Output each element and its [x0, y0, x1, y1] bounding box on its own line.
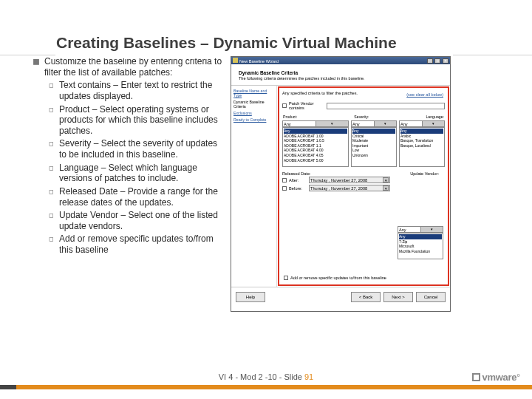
filter-hint: Any specified criteria to filter the pat…: [282, 91, 358, 95]
sub-bullet-icon: ◻: [49, 104, 59, 137]
list-item[interactable]: ADOBE ACROBAT 5.00: [284, 158, 347, 163]
list-item[interactable]: 7-Zip: [399, 239, 442, 245]
footer-text: VI 4 - Mod 2 -10 - Slide: [219, 372, 302, 381]
list-item[interactable]: ADOBE ACROBAT 4.00: [284, 148, 347, 153]
list-item[interactable]: Important: [352, 143, 395, 149]
chevron-down-icon: ▾: [420, 227, 443, 232]
before-checkbox[interactable]: [282, 186, 287, 191]
list-item[interactable]: Basque, Localized: [400, 143, 443, 149]
wizard-titlebar[interactable]: New Baseline Wizard – □ ×: [231, 57, 450, 64]
vendor-listbox[interactable]: Any7-ZipMicrosoftMozilla Foundation: [398, 233, 443, 259]
cancel-button[interactable]: Cancel: [416, 292, 446, 302]
wizard-subheading: The following criteria determines the pa…: [239, 76, 444, 81]
wizard-icon: [233, 58, 238, 63]
sub-item: Product – Select operating systems or pr…: [59, 104, 223, 137]
list-item[interactable]: ADOBE ACROBAT 1.0.5: [284, 138, 347, 143]
after-date[interactable]: Thursday , November 27, 2008▾: [309, 177, 390, 183]
col-language: Language:: [426, 115, 444, 119]
wizard-nav: Baseline Name and TypeDynamic Baseline C…: [231, 86, 277, 287]
wizard-nav-item[interactable]: Ready to Complete: [233, 117, 274, 122]
chevron-down-icon: ▾: [383, 185, 389, 191]
vendor-label: Update Vendor:: [410, 171, 439, 176]
wizard-heading: Dynamic Baseline Criteria: [239, 70, 444, 75]
lead-text: Customize the baseline by entering crite…: [44, 56, 223, 78]
sub-bullet-icon: ◻: [49, 210, 59, 231]
list-item[interactable]: Mozilla Foundation: [399, 249, 442, 254]
sub-item: Text contains – Enter text to restrict t…: [59, 80, 223, 101]
footer: VI 4 - Mod 2 -10 - Slide 91 vmware°: [0, 375, 532, 399]
sub-item: Update Vendor – Select one of the listed…: [59, 210, 223, 231]
vendor-box: Any▾ Any7-ZipMicrosoftMozilla Foundation: [398, 226, 443, 259]
list-item[interactable]: Any: [352, 129, 395, 134]
vendor-combo[interactable]: Any▾: [398, 226, 443, 233]
filter-label: Patch Vendor contains: [289, 101, 324, 110]
next-button[interactable]: Next >: [383, 292, 413, 302]
chevron-down-icon: ▾: [383, 177, 389, 183]
vmware-logo: vmware°: [472, 372, 520, 383]
after-checkbox[interactable]: [282, 178, 287, 183]
wizard-nav-item[interactable]: Dynamic Baseline Criteria: [233, 100, 274, 109]
list-item[interactable]: Critical: [352, 134, 395, 139]
list-item[interactable]: Any: [399, 234, 442, 239]
back-button[interactable]: < Back: [351, 292, 381, 302]
help-button[interactable]: Help: [236, 292, 265, 302]
wizard-pane: Any specified criteria to filter the pat…: [278, 86, 449, 286]
severity-combo[interactable]: Any▾: [351, 120, 397, 127]
sub-item: Severity – Select the severity of update…: [59, 138, 223, 160]
list-item[interactable]: ADOBE ACROBAT 1.00: [284, 134, 347, 139]
clear-all-link[interactable]: (see clear all below): [406, 92, 443, 97]
list-item[interactable]: ADOBE ACROBAT 1.1: [284, 143, 347, 149]
sub-bullet-icon: ◻: [49, 233, 59, 255]
chevron-down-icon: ▾: [316, 121, 349, 126]
minimize-button[interactable]: –: [427, 58, 433, 64]
sub-item: Language – Select which language version…: [59, 163, 223, 184]
severity-listbox[interactable]: AnyCriticalModerateImportantLowUnknown: [351, 127, 397, 167]
chevron-down-icon: ▾: [374, 121, 397, 126]
after-label: After:: [289, 178, 307, 183]
list-item[interactable]: Moderate: [352, 138, 395, 143]
list-item[interactable]: Any: [400, 129, 443, 134]
product-combo[interactable]: Any▾: [282, 120, 349, 127]
sub-bullet-icon: ◻: [49, 138, 59, 160]
before-label: Before:: [289, 186, 307, 191]
sub-item: Released Date – Provide a range for the …: [59, 186, 223, 208]
list-item[interactable]: Arabic: [400, 134, 443, 139]
maximize-button[interactable]: □: [434, 58, 440, 64]
list-item[interactable]: Microsoft: [399, 244, 442, 249]
language-combo[interactable]: Any▾: [399, 120, 445, 127]
slide-title: Creating Baselines – Dynamic Virtual Mac…: [56, 34, 499, 52]
col-severity: Severity:: [354, 115, 369, 119]
addrem-label: Add or remove specific updates to/from t…: [290, 276, 386, 280]
list-item[interactable]: Any: [284, 129, 347, 134]
list-item[interactable]: Unknown: [352, 153, 395, 158]
wizard-title: New Baseline Wizard: [239, 59, 279, 64]
sub-bullet-icon: ◻: [49, 80, 59, 101]
wizard-nav-item[interactable]: Baseline Name and Type: [233, 89, 274, 98]
text-column: ◼ Customize the baseline by entering cri…: [33, 56, 223, 256]
chevron-down-icon: ▾: [422, 121, 445, 126]
close-button[interactable]: ×: [443, 58, 449, 64]
list-item[interactable]: Basque, Translation: [400, 138, 443, 143]
addrem-checkbox[interactable]: [284, 276, 288, 280]
sub-bullet-icon: ◻: [49, 186, 59, 208]
released-label: Released Date:: [282, 171, 311, 176]
list-item[interactable]: ADOBE ACROBAT 4.05: [284, 153, 347, 158]
footer-accent: [0, 385, 532, 389]
page-number: 91: [304, 372, 313, 381]
language-listbox[interactable]: AnyArabicBasque, TranslationBasque, Loca…: [399, 127, 445, 167]
bullet-icon: ◼: [33, 56, 44, 78]
wizard-window: New Baseline Wizard – □ × Dynamic Baseli…: [231, 56, 451, 312]
before-date[interactable]: Thursday , November 27, 2008▾: [309, 185, 390, 191]
sub-item: Add or remove specific updates to/from t…: [59, 233, 223, 255]
filter-checkbox[interactable]: [282, 103, 287, 108]
col-product: Product:: [283, 115, 297, 119]
wizard-nav-item[interactable]: Exclusions: [233, 111, 274, 115]
sub-bullet-icon: ◻: [49, 163, 59, 184]
product-listbox[interactable]: AnyADOBE ACROBAT 1.00ADOBE ACROBAT 1.0.5…: [282, 127, 349, 167]
list-item[interactable]: Low: [352, 148, 395, 153]
filter-input[interactable]: [327, 103, 445, 109]
